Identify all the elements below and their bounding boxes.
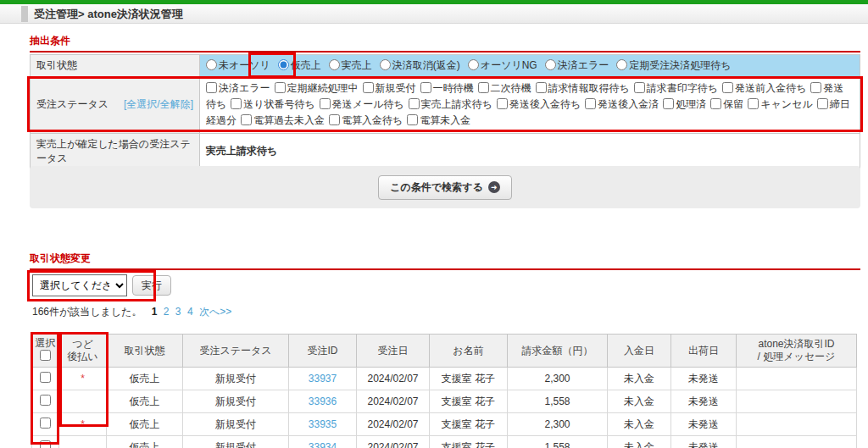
checkbox-input[interactable]	[663, 98, 674, 109]
order-id-link[interactable]: 33935	[309, 418, 337, 430]
order-id-link[interactable]: 33937	[309, 373, 337, 384]
order-id-link[interactable]: 33934	[309, 441, 337, 448]
order-status-cell: 新規受付	[183, 413, 289, 436]
status-checkbox[interactable]: 処理済	[663, 98, 706, 110]
status-checkbox[interactable]: 発送後入金待ち	[497, 98, 581, 110]
order-status-cell: 新規受付	[183, 368, 289, 390]
ship-date-cell: 未発送	[671, 436, 737, 448]
radio-input-selected[interactable]	[278, 59, 289, 70]
checkbox-input[interactable]	[634, 82, 645, 93]
search-panel: この条件で検索する ➜	[30, 166, 860, 208]
table-row: 仮売上 新規受付 33934 2024/02/07 支援室 花子 1,558 未…	[32, 436, 857, 448]
checkbox-input[interactable]	[231, 98, 242, 109]
transaction-status-label: 取引状態	[31, 55, 200, 77]
status-checkbox[interactable]: 発送前入金待ち	[722, 82, 806, 94]
radio-teiki-machi[interactable]: 定期受注決済処理待ち	[616, 59, 731, 71]
radio-input[interactable]	[380, 59, 391, 70]
radio-input[interactable]	[329, 59, 340, 70]
status-checkbox[interactable]: 電算未入金	[407, 114, 470, 126]
checkbox-input[interactable]	[710, 98, 721, 109]
status-checkbox[interactable]: 電算入金待ち	[329, 114, 403, 126]
radio-kessai-torikeshi[interactable]: 決済取消(返金)	[380, 59, 460, 71]
status-checkbox[interactable]: 一時待機	[420, 82, 474, 94]
row-checkbox[interactable]	[40, 395, 51, 406]
radio-kessai-error[interactable]: 決済エラー	[545, 59, 609, 71]
checkbox-input[interactable]	[409, 98, 420, 109]
radio-authori-ng[interactable]: オーソリNG	[468, 59, 537, 71]
name-cell: 支援室 花子	[430, 413, 508, 436]
checkbox-input[interactable]	[810, 82, 821, 93]
checkbox-input[interactable]	[363, 82, 374, 93]
checkbox-input[interactable]	[206, 82, 217, 93]
checkbox-input[interactable]	[585, 98, 596, 109]
order-id-cell: 33934	[289, 436, 357, 448]
status-checkbox[interactable]: 定期継続処理中	[275, 82, 359, 94]
row-select-cell	[32, 368, 59, 390]
status-checkbox[interactable]: 発送後入金済	[585, 98, 659, 110]
ship-date-cell: 未発送	[671, 413, 737, 436]
row-select-cell	[32, 436, 59, 448]
result-line: 166件が該当しました。 1 2 3 4 次へ>>	[32, 305, 231, 319]
status-checkbox[interactable]: 二次待機	[478, 82, 531, 94]
order-id-cell: 33935	[289, 413, 357, 436]
col-order-id: 受注ID	[289, 335, 357, 368]
checkbox-input[interactable]	[722, 82, 733, 93]
payment-date-cell: 未入金	[608, 436, 671, 448]
amount-cell: 2,300	[508, 413, 608, 436]
select-all-clear-link[interactable]: [全選択/全解除]	[124, 97, 193, 112]
col-order-status: 受注ステータス	[183, 335, 289, 368]
radio-mi-authori[interactable]: 未オーソリ	[206, 59, 270, 71]
status-checkbox[interactable]: 発送メール待ち	[320, 98, 404, 110]
checkbox-input[interactable]	[497, 98, 508, 109]
select-all-checkbox[interactable]	[40, 350, 51, 361]
status-checkbox[interactable]: 請求書印字待ち	[634, 82, 718, 94]
status-checkbox[interactable]: 請求情報取得待ち	[536, 82, 630, 94]
status-checkbox[interactable]: 送り状番号待ち	[231, 98, 315, 110]
status-change-select[interactable]: 選択してください	[32, 274, 127, 296]
checkbox-input[interactable]	[478, 82, 489, 93]
pagination-next-link[interactable]: 次へ>>	[199, 306, 231, 318]
transaction-status-cell: 仮売上	[107, 368, 183, 390]
checkbox-input[interactable]	[275, 82, 286, 93]
status-checkbox[interactable]: 新規受付	[363, 82, 416, 94]
orders-table: 選択 つど後払い 取引状態 受注ステータス 受注ID 受注日 お名前 請求金額（…	[31, 334, 857, 448]
checkbox-input[interactable]	[407, 114, 418, 125]
tsudo-cell: *	[59, 368, 107, 390]
col-atone-id: atone決済取引ID/ 処理メッセージ	[737, 335, 857, 368]
status-checkbox[interactable]: 実売上請求待ち	[409, 98, 492, 110]
status-checkbox[interactable]: 電算過去未入金	[241, 114, 325, 126]
status-checkbox[interactable]: キャンセル	[748, 98, 812, 110]
radio-input[interactable]	[616, 59, 627, 70]
order-id-link[interactable]: 33936	[309, 395, 337, 407]
extraction-criteria-table: 取引状態 未オーソリ仮売上実売上決済取消(返金)オーソリNG決済エラー定期受注決…	[30, 54, 860, 170]
radio-input[interactable]	[206, 59, 217, 70]
radio-input[interactable]	[468, 59, 479, 70]
radio-input[interactable]	[545, 59, 556, 70]
row-checkbox[interactable]	[40, 372, 51, 383]
amount-cell: 1,558	[508, 436, 608, 448]
search-button[interactable]: この条件で検索する ➜	[378, 175, 511, 200]
order-date-cell: 2024/02/07	[357, 436, 430, 448]
status-checkbox[interactable]: 保留	[710, 98, 743, 110]
status-checkbox[interactable]: 決済エラー	[206, 82, 270, 94]
col-tsudo: つど後払い	[59, 335, 107, 368]
radio-kariuriage[interactable]: 仮売上	[278, 59, 321, 71]
radio-jitsuuriage[interactable]: 実売上	[329, 59, 372, 71]
pagination-page-4[interactable]: 4	[187, 306, 193, 318]
checkbox-input[interactable]	[817, 98, 828, 109]
row-checkbox[interactable]	[40, 418, 51, 429]
tsudo-cell: *	[59, 413, 107, 436]
row-checkbox[interactable]	[40, 440, 51, 448]
checkbox-input[interactable]	[748, 98, 759, 109]
checkbox-input[interactable]	[320, 98, 331, 109]
execute-button[interactable]: 実行	[132, 275, 171, 296]
order-status-row: 受注ステータス [全選択/全解除] 決済エラー定期継続処理中新規受付一時待機二次…	[31, 77, 860, 134]
col-ship-date: 出荷日	[671, 335, 737, 368]
checkbox-input[interactable]	[329, 114, 340, 125]
pagination-page-2[interactable]: 2	[164, 306, 170, 318]
pagination-page-3[interactable]: 3	[175, 306, 181, 318]
checkbox-input[interactable]	[241, 114, 252, 125]
checkbox-input[interactable]	[420, 82, 431, 93]
checkbox-input[interactable]	[536, 82, 547, 93]
order-status-checkboxes: 決済エラー定期継続処理中新規受付一時待機二次待機請求情報取得待ち請求書印字待ち発…	[200, 77, 860, 134]
